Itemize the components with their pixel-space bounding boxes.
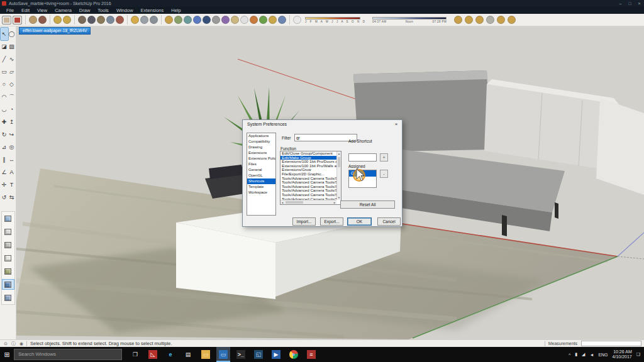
export-button[interactable]: Export... <box>320 217 343 226</box>
category-item[interactable]: Compatibility <box>247 139 275 145</box>
close-button[interactable]: × <box>635 0 644 7</box>
menu-item[interactable]: Help <box>167 7 184 14</box>
add-location-icon[interactable] <box>250 16 258 24</box>
iso-view-icon[interactable] <box>131 16 139 24</box>
dev-app-icon[interactable]: ◱ <box>252 347 265 362</box>
function-item[interactable]: Extensions/Grow <box>280 168 336 172</box>
select-tool-icon[interactable]: ↖ <box>1 28 8 40</box>
function-list[interactable]: Edit/Close Group/ComponentEdit/Make Grou… <box>280 151 341 205</box>
function-item[interactable]: File/Export/2D Graphic... <box>280 172 336 177</box>
arc-tool-icon[interactable]: ◠ <box>1 90 8 103</box>
toolbar-icon[interactable] <box>74 15 75 25</box>
three-point-arc-tool-icon[interactable]: ◡ <box>1 103 8 116</box>
textured-style-icon[interactable] <box>203 16 211 24</box>
circle-tool-icon[interactable]: ○ <box>1 78 8 90</box>
import-button[interactable]: Import... <box>292 217 316 226</box>
time-gradient-bar[interactable] <box>372 17 447 19</box>
orbit-tool-icon[interactable] <box>106 16 114 24</box>
scroll-thumb[interactable] <box>338 157 340 167</box>
undo-icon[interactable] <box>53 16 62 24</box>
toolbar-icon[interactable] <box>161 15 162 25</box>
send-to-layout-icon[interactable] <box>2 16 11 25</box>
assigned-item[interactable]: G <box>349 170 376 177</box>
fog-toggle-icon[interactable] <box>240 16 248 24</box>
language-indicator[interactable]: ENG <box>598 353 608 357</box>
category-item[interactable]: Workspace <box>247 190 275 195</box>
preferences-category-list[interactable]: ApplicationsCompatibilityDrawingExtensio… <box>247 133 276 216</box>
back-edges-style-icon[interactable] <box>3 227 14 236</box>
shadow-dialog-icon[interactable] <box>293 16 301 24</box>
shadow-month-slider[interactable]: J F M A M J J A S O N D <box>305 17 366 23</box>
notification-center-icon[interactable]: ❏ <box>636 352 640 357</box>
function-item[interactable]: Extensions/100 1bit Pro/Walls and p <box>280 164 336 168</box>
document-tab[interactable]: eiffel-tower-wallpaper-18_fRZLW4V <box>19 27 91 35</box>
credits-icon[interactable]: ⓘ <box>11 341 16 347</box>
sign-in-icon[interactable]: ◉ <box>19 341 23 346</box>
function-item[interactable]: Edit/Close Group/Component <box>280 151 336 156</box>
rotated-rectangle-tool-icon[interactable]: ▱ <box>8 65 16 78</box>
red-app-icon[interactable]: ≡ <box>304 347 318 362</box>
geolocation-icon[interactable]: ⊙ <box>4 341 8 346</box>
style-builder-icon[interactable] <box>13 16 22 25</box>
add-shortcut-button[interactable]: + <box>380 153 388 162</box>
shaded-style-icon[interactable] <box>3 266 14 276</box>
front-view-icon[interactable] <box>150 16 158 24</box>
ok-button[interactable]: OK <box>347 217 372 226</box>
tray-chevron-icon[interactable]: ^ <box>569 353 570 357</box>
category-item[interactable]: Extensions Policy <box>247 156 275 162</box>
hidden-line-style-icon[interactable] <box>3 253 14 263</box>
filter-input[interactable] <box>294 134 357 141</box>
eraser-tool-icon[interactable]: ◪ <box>1 40 8 53</box>
scroll-down-icon[interactable]: ▼ <box>337 195 341 200</box>
two-point-arc-tool-icon[interactable]: ⌒ <box>8 90 16 103</box>
tape-measure-icon[interactable]: ∥ <box>1 153 8 166</box>
start-button[interactable]: ⊞ <box>0 347 14 362</box>
top-view-icon[interactable] <box>140 16 148 24</box>
command-prompt-icon[interactable]: >_ <box>234 347 248 362</box>
from-contours-tool-icon[interactable] <box>508 16 516 24</box>
chrome-browser-icon[interactable]: ● <box>287 347 301 362</box>
eraser-tool-icon[interactable] <box>87 16 96 24</box>
scroll-up-icon[interactable]: ▲ <box>337 151 341 156</box>
clock[interactable]: 10:26 AM 4/10/2017 <box>613 349 632 359</box>
line-tool-icon[interactable]: ╱ <box>1 53 8 65</box>
pie-tool-icon[interactable]: ◔ <box>8 103 16 116</box>
shaded-textures-style-icon[interactable] <box>3 280 14 289</box>
menu-item[interactable]: View <box>33 7 51 14</box>
push-pull-tool-icon[interactable] <box>116 16 124 24</box>
text-tool-icon[interactable]: A <box>8 166 16 178</box>
menu-item[interactable]: File <box>3 7 18 14</box>
volume-icon[interactable]: ◄ <box>589 353 594 357</box>
menu-item[interactable]: Window <box>113 7 137 14</box>
dimension-tool-icon[interactable]: ↔ <box>8 153 16 166</box>
protractor-tool-icon[interactable]: ∠ <box>1 166 8 178</box>
hidden-line-style-icon[interactable] <box>184 16 192 24</box>
wireframe-style-icon[interactable] <box>174 16 182 24</box>
edge-browser-icon[interactable]: e <box>164 347 177 362</box>
vertical-scrollbar[interactable]: ▲ ▼ <box>336 151 341 200</box>
menu-item[interactable]: Edit <box>18 7 33 14</box>
category-item[interactable]: Template <box>247 184 275 190</box>
category-item[interactable]: General <box>247 167 275 173</box>
maximize-button[interactable]: □ <box>625 0 635 7</box>
axes-tool-icon[interactable]: ✛ <box>1 178 8 191</box>
photo-textures-icon[interactable] <box>259 16 267 24</box>
paint-bucket-tool-icon[interactable] <box>97 16 105 24</box>
offset-tool-icon[interactable]: ◎ <box>8 141 16 153</box>
extension-warehouse-icon[interactable] <box>269 16 277 24</box>
category-item[interactable]: OpenGL <box>247 173 275 178</box>
rectangle-tool-icon[interactable]: ▭ <box>1 65 8 78</box>
category-item[interactable]: Files <box>247 162 275 167</box>
toolbar-icon[interactable] <box>289 15 290 25</box>
materials-icon[interactable] <box>38 16 47 24</box>
make-component-icon[interactable] <box>29 16 37 24</box>
shadows-toggle-icon[interactable] <box>231 16 239 24</box>
function-item[interactable]: Edit/Make Group <box>280 156 336 160</box>
menu-item[interactable]: Camera <box>51 7 75 14</box>
function-item[interactable]: Tools/Advanced Camera Tools/Sele <box>280 180 336 185</box>
menu-item[interactable]: Draw <box>75 7 94 14</box>
minimize-button[interactable]: – <box>616 0 625 7</box>
shadow-time-slider[interactable]: 04:37 AM Noon 07:28 PM <box>372 17 447 23</box>
redo-icon[interactable] <box>63 16 71 24</box>
monochrome-style-icon[interactable] <box>212 16 220 24</box>
